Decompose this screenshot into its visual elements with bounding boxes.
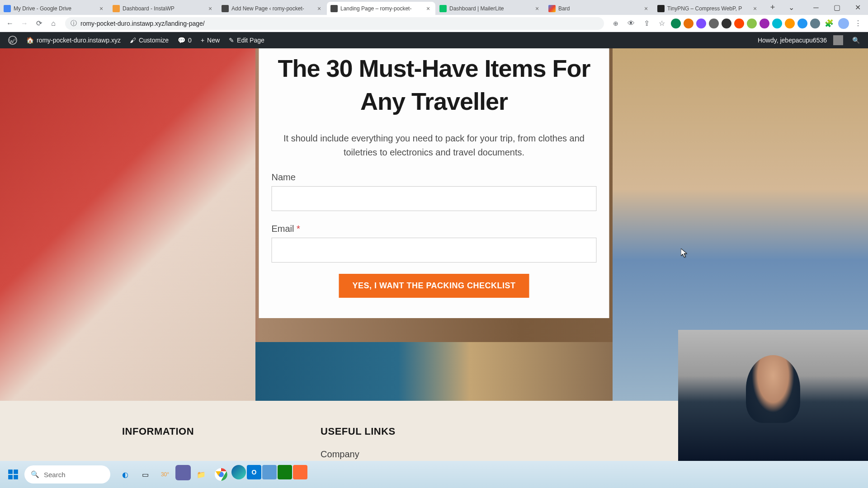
url-text: romy-pocket-duro.instawp.xyz/landing-pag…: [80, 20, 599, 27]
search-icon: 🔍: [31, 470, 39, 479]
tab-strip-controls: + ⌄: [763, 0, 805, 15]
extension-icon[interactable]: [671, 19, 681, 28]
chrome-icon[interactable]: [212, 465, 231, 484]
account-link[interactable]: Howdy, jebepacupu6536: [753, 35, 848, 45]
tab-dropdown-button[interactable]: ⌄: [781, 0, 802, 15]
email-input[interactable]: [272, 238, 597, 263]
comment-icon: 💬: [178, 37, 185, 44]
close-icon[interactable]: ×: [316, 5, 323, 12]
close-icon[interactable]: ×: [207, 5, 214, 12]
close-window-button[interactable]: ✕: [847, 0, 868, 15]
wp-logo[interactable]: [4, 32, 22, 48]
back-button[interactable]: ←: [4, 17, 16, 30]
close-icon[interactable]: ×: [425, 5, 432, 12]
site-name: romy-pocket-duro.instawp.xyz: [37, 37, 121, 44]
wordpress-icon: [222, 5, 229, 12]
name-field-group: Name: [272, 172, 597, 211]
windows-taskbar: 🔍 Search ◐ ▭ 30° 📁 O: [0, 461, 868, 488]
edit-label: Edit Page: [237, 37, 264, 44]
share-icon[interactable]: ⇪: [640, 17, 653, 30]
outlook-icon[interactable]: O: [247, 465, 261, 479]
comments-link[interactable]: 💬 0: [173, 32, 196, 48]
minimize-button[interactable]: ─: [806, 0, 826, 15]
maximize-button[interactable]: ▢: [826, 0, 847, 15]
footer-col-information: INFORMATION: [122, 426, 194, 461]
tinypng-icon: [657, 5, 665, 12]
extension-icon[interactable]: [734, 19, 744, 28]
site-name-link[interactable]: 🏠 romy-pocket-duro.instawp.xyz: [22, 32, 125, 48]
extension-icon[interactable]: [772, 19, 782, 28]
zoom-icon[interactable]: ⊕: [609, 17, 622, 30]
forward-button[interactable]: →: [18, 17, 31, 30]
extension-icon[interactable]: [684, 19, 693, 28]
footer-col-useful-links: USEFUL LINKS Company Latest Jobs: [321, 426, 396, 461]
signup-card: The 30 Must-Have Items For Any Traveller…: [259, 48, 609, 318]
url-field[interactable]: ⓘ romy-pocket-duro.instawp.xyz/landing-p…: [65, 17, 604, 30]
app-icon[interactable]: [278, 465, 292, 479]
drive-icon: [4, 5, 11, 12]
new-link[interactable]: + New: [196, 32, 224, 48]
tab-tinypng[interactable]: TinyPNG – Compress WebP, P ×: [654, 2, 762, 15]
search-toggle[interactable]: 🔍: [848, 37, 864, 44]
extension-icon[interactable]: [760, 19, 769, 28]
edge-icon[interactable]: [231, 465, 246, 479]
customize-link[interactable]: 🖌 Customize: [125, 32, 173, 48]
edit-page-link[interactable]: ✎ Edit Page: [224, 32, 269, 48]
tab-google-drive[interactable]: My Drive - Google Drive ×: [0, 2, 108, 15]
tab-mailerlite[interactable]: Dashboard | MailerLite ×: [436, 2, 544, 15]
site-info-icon[interactable]: ⓘ: [71, 19, 77, 28]
profile-avatar[interactable]: [838, 18, 849, 29]
extension-icon[interactable]: [810, 19, 820, 28]
tab-instawp[interactable]: Dashboard - InstaWP ×: [109, 2, 217, 15]
weather-widget[interactable]: 30°: [156, 465, 175, 484]
teams-icon[interactable]: [175, 465, 191, 480]
footer-heading: USEFUL LINKS: [321, 426, 396, 437]
extension-icon[interactable]: [747, 19, 757, 28]
wordpress-icon: [330, 5, 338, 12]
chrome-menu-button[interactable]: ⋮: [852, 17, 864, 30]
email-label: Email *: [272, 224, 597, 234]
close-icon[interactable]: ×: [751, 5, 759, 12]
copilot-icon[interactable]: ◐: [116, 465, 135, 484]
svg-rect-1: [8, 469, 13, 474]
toolbar-icons: ⊕ 👁 ⇪ ☆ 🧩 ⋮: [609, 17, 864, 30]
email-field-group: Email *: [272, 224, 597, 263]
file-explorer-icon[interactable]: 📁: [192, 465, 211, 484]
home-button[interactable]: ⌂: [47, 17, 60, 30]
reload-button[interactable]: ⟳: [33, 17, 45, 30]
customize-label: Customize: [139, 37, 169, 44]
tab-bard[interactable]: Bard ×: [545, 2, 653, 15]
tab-landing-page[interactable]: Landing Page – romy-pocket- ×: [327, 2, 435, 15]
close-icon[interactable]: ×: [533, 5, 541, 12]
footer-link-company[interactable]: Company: [321, 449, 396, 460]
extension-icon[interactable]: [797, 19, 807, 28]
mailerlite-icon: [439, 5, 447, 12]
plus-icon: +: [201, 37, 204, 44]
close-icon[interactable]: ×: [642, 5, 650, 12]
user-avatar: [833, 35, 843, 45]
tab-title: TinyPNG – Compress WebP, P: [667, 5, 750, 12]
extension-icon[interactable]: [696, 19, 706, 28]
camtasia-icon[interactable]: [293, 465, 307, 479]
start-button[interactable]: [4, 465, 23, 484]
extension-icon[interactable]: [722, 19, 731, 28]
taskbar-search[interactable]: 🔍 Search: [24, 465, 110, 483]
extension-icon[interactable]: [709, 19, 719, 28]
extension-icon[interactable]: [785, 19, 795, 28]
close-icon[interactable]: ×: [98, 5, 105, 12]
svg-rect-3: [8, 475, 13, 479]
eye-off-icon[interactable]: 👁: [625, 17, 637, 30]
tab-title: Dashboard - InstaWP: [123, 5, 205, 12]
name-input[interactable]: [272, 186, 597, 211]
email-label-text: Email: [272, 224, 294, 234]
new-tab-button[interactable]: +: [766, 1, 779, 14]
bookmark-icon[interactable]: ☆: [656, 17, 668, 30]
app-icon[interactable]: [262, 465, 277, 479]
task-view-button[interactable]: ▭: [136, 465, 155, 484]
extensions-button[interactable]: 🧩: [823, 17, 835, 30]
weather-text: 30°: [161, 471, 169, 478]
search-icon: 🔍: [852, 37, 860, 44]
submit-button[interactable]: YES, I WANT THE PACKING CHECKLIST: [339, 274, 529, 298]
tab-add-page[interactable]: Add New Page ‹ romy-pocket- ×: [218, 2, 326, 15]
home-icon: 🏠: [26, 37, 34, 44]
